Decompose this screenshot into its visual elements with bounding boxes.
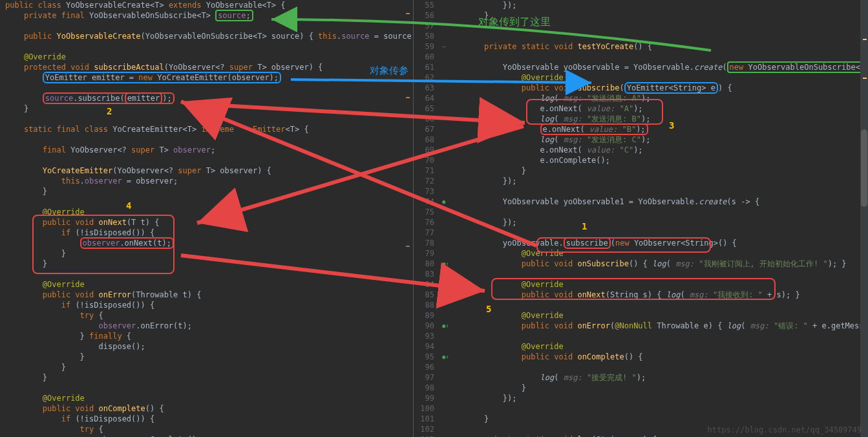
gutter-mark-icon[interactable]: —	[442, 41, 461, 52]
code-line[interactable]: 68 log( msg: "发送消息: C");	[414, 134, 868, 145]
code-line[interactable]: 94 @Override	[414, 341, 868, 352]
code-line[interactable]: 61 YoObservable yoObservable = YoObserva…	[414, 62, 868, 72]
code-line[interactable]	[0, 83, 413, 93]
code-line[interactable]: YoCreateEmitter(YoObserver<? super T> ob…	[0, 165, 413, 176]
code-line[interactable]: 63 public void subscribe(YoEmitter<Strin…	[414, 83, 868, 93]
code-line[interactable]: 76 });	[414, 217, 868, 228]
code-line[interactable]	[0, 383, 413, 393]
code-line[interactable]: 93	[414, 331, 868, 341]
code-line[interactable]: 60	[414, 52, 868, 62]
code-line[interactable]: this.observer = observer;	[0, 176, 413, 186]
left-code-area[interactable]: public class YoObservableCreate<T> exten…	[0, 0, 413, 437]
code-line[interactable]: observer.onNext(t);	[0, 238, 413, 248]
code-line[interactable]: 101 }	[414, 414, 868, 424]
code-line[interactable]	[0, 134, 413, 145]
code-line[interactable]: 71 }	[414, 165, 868, 176]
code-line[interactable]: 85●↑ public void onNext(String s) { log(…	[414, 290, 868, 300]
code-line[interactable]: try {	[0, 424, 413, 434]
code-line[interactable]: 55 });	[414, 0, 868, 10]
code-line[interactable]: @Override	[0, 207, 413, 217]
code-line[interactable]: source.subscribe(emitter);	[0, 93, 413, 103]
code-line[interactable]: }	[0, 259, 413, 269]
code-line[interactable]: 62 @Override	[414, 72, 868, 83]
code-line[interactable]: 67 e.onNext( value: "B");	[414, 124, 868, 134]
code-line[interactable]: 75	[414, 207, 868, 217]
code-line[interactable]: 89 @Override	[414, 310, 868, 321]
code-line[interactable]: public void onComplete() {	[0, 403, 413, 414]
gutter-mark-icon[interactable]: ●↑	[442, 259, 461, 269]
code-line[interactable]: 96	[414, 362, 868, 372]
code-line[interactable]: protected void subscribeActual(YoObserve…	[0, 62, 413, 72]
line-number: 99	[414, 393, 439, 403]
line-number: 62	[414, 72, 439, 83]
code-line[interactable]: 98 }	[414, 383, 868, 393]
code-line[interactable]: 88	[414, 300, 868, 310]
code-line[interactable]: 66 log( msg: "发送消息: B");	[414, 114, 868, 124]
code-line[interactable]: }	[0, 103, 413, 114]
code-line[interactable]: observer.onError(t);	[0, 321, 413, 331]
code-line[interactable]: }	[0, 248, 413, 259]
code-line[interactable]: 57	[414, 21, 868, 31]
code-line[interactable]: 74● YoObservable yoObservable1 = YoObser…	[414, 197, 868, 207]
code-line[interactable]: if (!isDisposed()) {	[0, 228, 413, 238]
code-line[interactable]: 100	[414, 403, 868, 414]
code-line[interactable]: public YoObservableCreate(YoObservableOn…	[0, 31, 413, 41]
code-line[interactable]: }	[0, 352, 413, 362]
left-minimap[interactable]	[406, 0, 411, 437]
code-line[interactable]: public class YoObservableCreate<T> exten…	[0, 0, 413, 10]
code-line[interactable]: 103 private static void log(String msg) …	[414, 434, 868, 437]
right-minimap[interactable]	[863, 0, 868, 437]
code-line[interactable]: 79 @Override	[414, 248, 868, 259]
code-line[interactable]: 77	[414, 228, 868, 238]
code-line[interactable]	[0, 21, 413, 31]
code-line[interactable]: 97 log( msg: "接受完成! ");	[414, 372, 868, 383]
code-line[interactable]: 59— private static void testYoCreate() {	[414, 41, 868, 52]
code-line[interactable]: }	[0, 186, 413, 197]
code-line[interactable]: if (!isDisposed()) {	[0, 300, 413, 310]
code-line[interactable]: @Override	[0, 52, 413, 62]
code-line[interactable]: 65 e.onNext( value: "A");	[414, 103, 868, 114]
code-line[interactable]: 72 });	[414, 176, 868, 186]
code-line[interactable]: 70 e.onComplete();	[414, 155, 868, 165]
code-line[interactable]: 84 @Override	[414, 279, 868, 290]
code-line[interactable]: 56 }	[414, 10, 868, 21]
right-editor-pane[interactable]: 55 });56 }575859— private static void te…	[414, 0, 868, 437]
code-line[interactable]	[0, 41, 413, 52]
code-line[interactable]: observer.onComplete();	[0, 434, 413, 437]
code-line[interactable]: @Override	[0, 393, 413, 403]
code-line[interactable]: private final YoObservableOnSubscribe<T>…	[0, 10, 413, 21]
code-line[interactable]: 69 e.onNext( value: "C");	[414, 145, 868, 155]
gutter-mark-icon[interactable]: ●↑	[442, 321, 461, 331]
code-line[interactable]: 99 });	[414, 393, 868, 403]
code-line[interactable]: 83	[414, 269, 868, 279]
code-line[interactable]: static final class YoCreateEmitter<T> im…	[0, 124, 413, 134]
code-line[interactable]: @Override	[0, 279, 413, 290]
code-line[interactable]	[0, 114, 413, 124]
code-line[interactable]: }	[0, 372, 413, 383]
code-line[interactable]: dispose();	[0, 341, 413, 352]
code-line[interactable]	[0, 197, 413, 207]
code-line[interactable]: } finally {	[0, 331, 413, 341]
gutter-mark-icon[interactable]: ●↑	[442, 352, 461, 362]
code-line[interactable]: 78 yoObservable.subscribe(new YoObserver…	[414, 238, 868, 248]
line-number: 103	[414, 434, 439, 437]
code-line[interactable]: }	[0, 362, 413, 372]
gutter-mark-icon[interactable]: ●↑	[442, 290, 461, 300]
code-line[interactable]: 58	[414, 31, 868, 41]
code-line[interactable]: try {	[0, 310, 413, 321]
code-line[interactable]: 73	[414, 186, 868, 197]
code-line[interactable]: 95●↑ public void onComplete() {	[414, 352, 868, 362]
code-line[interactable]: YoEmitter emitter = new YoCreateEmitter(…	[0, 72, 413, 83]
code-line[interactable]: 64 log( msg: "发送消息: A");	[414, 93, 868, 103]
right-code-area[interactable]: 55 });56 }575859— private static void te…	[414, 0, 868, 437]
code-line[interactable]: if (!isDisposed()) {	[0, 414, 413, 424]
code-line[interactable]	[0, 269, 413, 279]
gutter-mark-icon[interactable]: ●	[442, 197, 461, 207]
code-line[interactable]: public void onError(Throwable t) {	[0, 290, 413, 300]
code-line[interactable]	[0, 155, 413, 165]
code-line[interactable]: 80●↑ public void onSubscribe() { log( ms…	[414, 259, 868, 269]
code-line[interactable]: 90●↑ public void onError(@NonNull Throwa…	[414, 321, 868, 331]
left-editor-pane[interactable]: public class YoObservableCreate<T> exten…	[0, 0, 414, 437]
code-line[interactable]: final YoObserver<? super T> observer;	[0, 145, 413, 155]
code-line[interactable]: public void onNext(T t) {	[0, 217, 413, 228]
